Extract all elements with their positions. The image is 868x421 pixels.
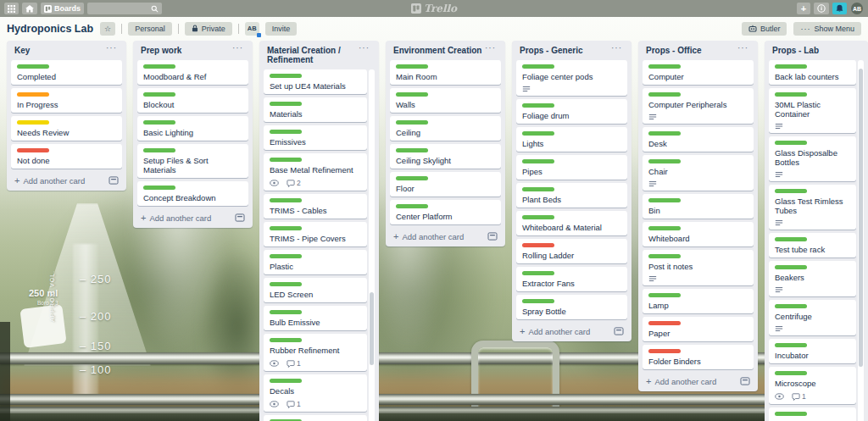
list-title[interactable]: Key xyxy=(14,46,104,55)
card[interactable]: Base Metal Refinement2 xyxy=(264,153,367,191)
list-scrollbar[interactable] xyxy=(858,60,864,421)
info-button[interactable] xyxy=(814,3,829,14)
card-template-button[interactable] xyxy=(740,377,750,385)
card[interactable]: Floor xyxy=(390,172,501,197)
list-title[interactable]: Material Creation / Refinement xyxy=(267,46,357,64)
notifications-bell-button[interactable] xyxy=(832,3,847,14)
card[interactable]: Whiteboard & Material xyxy=(516,211,627,235)
card[interactable]: Walls xyxy=(390,88,501,113)
list-scrollbar[interactable] xyxy=(369,69,375,421)
card[interactable]: Blockout xyxy=(137,88,248,113)
workspace-button[interactable]: Personal xyxy=(128,22,172,36)
card[interactable]: TRIMS - Pipe Covers xyxy=(264,222,367,247)
add-card-button[interactable]: +Add another card xyxy=(516,323,627,338)
card[interactable]: Paper xyxy=(643,317,754,341)
butler-button[interactable]: Butler xyxy=(742,22,787,36)
card[interactable]: Foliage center pods xyxy=(516,60,627,96)
card[interactable]: Lights xyxy=(516,127,627,152)
card[interactable]: Folder Binders xyxy=(643,345,754,369)
board-title[interactable]: Hydroponics Lab xyxy=(7,23,93,35)
card[interactable]: 30ML Plastic Container xyxy=(769,88,856,133)
apps-grid-button[interactable] xyxy=(4,3,19,14)
card[interactable]: Completed xyxy=(11,60,122,85)
card[interactable]: Extractor Fans xyxy=(516,267,627,291)
search-input[interactable] xyxy=(91,4,151,13)
card[interactable]: Ceiling xyxy=(390,116,501,141)
card[interactable]: LED Screen xyxy=(264,278,367,302)
card[interactable]: Main Room xyxy=(390,60,501,85)
card[interactable]: Centrifuge xyxy=(769,300,856,335)
list-menu-button[interactable]: ··· xyxy=(357,46,371,51)
card[interactable]: Center Platform xyxy=(390,200,501,224)
card[interactable]: Plastic xyxy=(264,250,367,274)
card[interactable]: Lamp xyxy=(643,289,754,313)
card[interactable]: Microscope Slides - Singular, stacked & … xyxy=(769,407,856,421)
card[interactable]: Ceiling Skylight xyxy=(390,144,501,169)
card[interactable]: Emissives xyxy=(264,125,367,150)
list-title[interactable]: Environment Creation xyxy=(393,46,483,55)
add-card-button[interactable]: +Add another card xyxy=(390,228,501,243)
card[interactable]: Rolling Ladder xyxy=(516,239,627,263)
card[interactable]: Bin xyxy=(643,194,754,219)
list-menu-button[interactable]: ··· xyxy=(609,46,624,51)
board-member-avatar[interactable]: AB xyxy=(245,22,259,36)
add-card-button[interactable]: +Add another card xyxy=(137,209,248,224)
card[interactable]: Moodboard & Ref xyxy=(137,60,248,85)
card[interactable]: Basic Lighting xyxy=(137,116,248,141)
card[interactable]: Glass Disposalbe Bottles xyxy=(769,136,856,181)
list-menu-button[interactable]: ··· xyxy=(736,46,750,51)
list-menu-button[interactable]: ··· xyxy=(483,46,498,51)
card[interactable]: Foliage drum xyxy=(516,99,627,124)
create-plus-button[interactable]: + xyxy=(797,3,810,14)
list-title[interactable]: Prep work xyxy=(141,46,231,55)
card[interactable]: Plant Beds xyxy=(516,183,627,208)
card[interactable]: Glass Test Rimless Tubes xyxy=(769,185,856,230)
card-template-button[interactable] xyxy=(108,176,119,185)
card[interactable]: Decals1 xyxy=(264,374,367,412)
card[interactable]: Pipes xyxy=(516,155,627,180)
card[interactable]: TRIMS - Cables xyxy=(264,194,367,219)
card[interactable]: Not done xyxy=(11,144,122,169)
card-template-button[interactable] xyxy=(235,213,245,222)
card-template-button[interactable] xyxy=(614,327,624,335)
card[interactable]: Bulb Emissive xyxy=(264,306,367,330)
boards-button[interactable]: Boards xyxy=(41,3,84,14)
card[interactable]: Painted Metal Refinement1 xyxy=(264,415,367,421)
star-board-button[interactable]: ☆ xyxy=(100,22,115,36)
invite-button[interactable]: Invite xyxy=(265,22,298,36)
card[interactable]: In Progress xyxy=(11,88,122,113)
home-button[interactable] xyxy=(22,3,37,14)
add-card-button[interactable]: +Add another card xyxy=(643,373,754,388)
list-menu-button[interactable]: ··· xyxy=(104,46,119,51)
card[interactable]: Spray Bottle xyxy=(516,295,627,319)
show-menu-button[interactable]: ··· Show Menu xyxy=(793,22,861,36)
card[interactable]: Whiteboard xyxy=(643,222,754,247)
list-title[interactable]: Props - Office xyxy=(646,46,736,55)
card[interactable]: Incubator xyxy=(769,339,856,363)
add-card-button[interactable]: +Add another card xyxy=(11,172,122,187)
card-template-button[interactable] xyxy=(487,232,498,241)
card[interactable]: Concept Breakdown xyxy=(137,181,248,206)
list-scrollbar-thumb[interactable] xyxy=(370,292,374,365)
card[interactable]: Materials xyxy=(264,97,367,122)
card[interactable]: Beakers xyxy=(769,261,856,296)
card[interactable]: Rubber Refinement1 xyxy=(264,334,367,371)
list-scrollbar-thumb[interactable] xyxy=(859,69,863,367)
list-menu-button[interactable]: ··· xyxy=(231,46,245,51)
card[interactable]: Post it notes xyxy=(643,250,754,285)
card[interactable]: Setup Files & Sort Materials xyxy=(137,144,248,178)
card[interactable]: Desk xyxy=(643,127,754,152)
card[interactable]: Computer Peripherals xyxy=(643,88,754,124)
search-box[interactable] xyxy=(87,3,162,14)
user-avatar[interactable]: AB xyxy=(851,3,863,14)
card[interactable]: Microscope1 xyxy=(769,367,856,404)
card[interactable]: Computer xyxy=(643,60,754,85)
card[interactable]: Test tube rack xyxy=(769,233,856,258)
card[interactable]: Back lab counters xyxy=(769,60,856,85)
card[interactable]: Set up UE4 Materials xyxy=(264,69,367,94)
visibility-button[interactable]: Private xyxy=(185,22,232,36)
list-title[interactable]: Props - Generic xyxy=(520,46,609,55)
card[interactable]: Chair xyxy=(643,155,754,191)
card[interactable]: Needs Review xyxy=(11,116,122,141)
trello-logo[interactable]: Trello xyxy=(411,0,457,17)
